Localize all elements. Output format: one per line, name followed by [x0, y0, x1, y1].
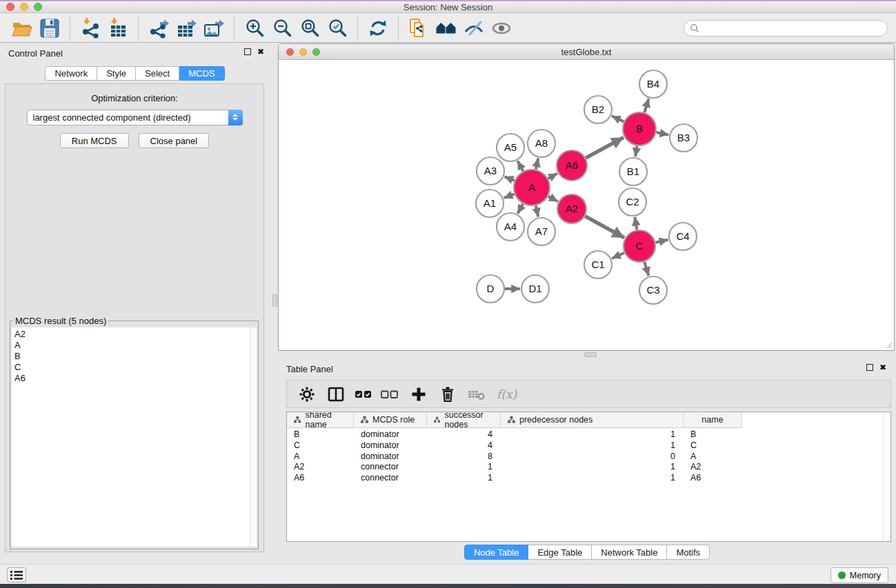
network-canvas[interactable]: B4B2BB3A8A5A6B1A3AC2A1A2A4A7C4CC1C3DD1 — [279, 61, 894, 350]
search-input[interactable] — [700, 23, 882, 33]
save-session-button[interactable] — [36, 16, 63, 41]
node-C2[interactable]: C2 — [619, 188, 646, 216]
select-all-columns-button[interactable] — [352, 383, 375, 405]
float-panel-icon[interactable] — [244, 48, 251, 55]
table-row[interactable]: Bdominator41B — [287, 429, 890, 440]
node-C[interactable]: C — [624, 230, 655, 262]
delete-column-button[interactable] — [436, 383, 459, 405]
node-C1[interactable]: C1 — [584, 251, 612, 278]
close-window-button[interactable] — [6, 3, 14, 11]
close-panel-icon[interactable]: ✖ — [257, 48, 264, 55]
zoom-out-button[interactable] — [268, 16, 296, 41]
optimization-dropdown[interactable]: largest connected component (directed) — [27, 110, 243, 125]
node-D1[interactable]: D1 — [521, 275, 549, 303]
edge-A2-C[interactable] — [585, 216, 624, 238]
close-table-panel-icon[interactable]: ✖ — [879, 364, 886, 371]
node-B1[interactable]: B1 — [619, 158, 647, 185]
table-row[interactable]: Cdominator41C — [287, 440, 890, 452]
minimize-window-button[interactable] — [20, 3, 28, 11]
mcds-result-item[interactable]: A2 — [14, 329, 250, 340]
node-A2[interactable]: A2 — [557, 194, 586, 223]
node-B[interactable]: B — [623, 112, 656, 145]
column-header-predecessor-nodes[interactable]: predecessor nodes — [501, 412, 684, 428]
create-column-button[interactable] — [407, 383, 430, 405]
column-header-shared-name[interactable]: shared name — [287, 412, 354, 428]
edge-A-A2[interactable] — [548, 196, 558, 202]
edge-A-A8[interactable] — [536, 159, 539, 170]
tab-motifs[interactable]: Motifs — [667, 545, 710, 560]
edge-A-A3[interactable] — [504, 176, 515, 181]
show-columns-button[interactable] — [324, 383, 348, 405]
edge-B-B3[interactable] — [657, 132, 669, 135]
edge-A-A7[interactable] — [536, 205, 539, 216]
import-network-button[interactable] — [77, 16, 104, 41]
column-header-name[interactable]: name — [684, 412, 742, 428]
edge-A-A6[interactable] — [548, 174, 557, 179]
mcds-result-item[interactable]: B — [14, 351, 250, 362]
tab-node-table[interactable]: Node Table — [464, 545, 529, 560]
vertical-splitter-handle[interactable] — [272, 294, 277, 307]
mcds-result-item[interactable]: A — [14, 340, 250, 351]
table-scrollbar[interactable] — [883, 412, 890, 541]
node-B4[interactable]: B4 — [639, 70, 667, 98]
edge-C-C4[interactable] — [655, 240, 668, 243]
edge-B-B4[interactable] — [644, 99, 648, 112]
apply-layout-button[interactable] — [364, 16, 392, 41]
node-A[interactable]: A — [514, 170, 550, 205]
export-network-button[interactable] — [145, 16, 172, 41]
mcds-result-item[interactable]: A6 — [14, 373, 250, 384]
tab-network-table[interactable]: Network Table — [592, 545, 667, 560]
table-row[interactable]: A2connector11A2 — [287, 462, 890, 473]
node-A8[interactable]: A8 — [528, 130, 555, 157]
minimize-network-window-button[interactable] — [299, 48, 307, 56]
memory-button[interactable]: Memory — [830, 567, 888, 583]
node-A7[interactable]: A7 — [528, 218, 555, 245]
home-views-button[interactable] — [432, 16, 460, 41]
edge-A-A5[interactable] — [517, 161, 523, 171]
column-header-successor-nodes[interactable]: successor nodes — [427, 412, 501, 428]
unselect-all-columns-button[interactable] — [378, 383, 401, 405]
edge-A-A1[interactable] — [504, 194, 515, 199]
column-header-mcds-role[interactable]: MCDS role — [354, 412, 427, 428]
zoom-selected-button[interactable] — [323, 16, 351, 41]
delete-table-button[interactable] — [465, 383, 488, 405]
node-D[interactable]: D — [477, 275, 504, 303]
export-table-button[interactable] — [172, 16, 200, 41]
node-A6[interactable]: A6 — [557, 150, 587, 181]
mcds-result-item[interactable]: C — [14, 362, 250, 373]
search-box[interactable] — [684, 20, 888, 37]
edge-A-A4[interactable] — [518, 204, 524, 214]
node-A5[interactable]: A5 — [497, 134, 524, 161]
open-session-button[interactable] — [8, 16, 36, 41]
tab-edge-table[interactable]: Edge Table — [528, 545, 592, 560]
edge-C-C1[interactable] — [612, 253, 624, 258]
close-panel-button[interactable]: Close panel — [139, 133, 210, 148]
float-table-panel-icon[interactable] — [866, 364, 873, 371]
node-A4[interactable]: A4 — [497, 213, 524, 241]
horizontal-splitter-handle[interactable] — [584, 352, 597, 357]
node-B3[interactable]: B3 — [670, 124, 697, 152]
zoom-in-button[interactable] — [241, 16, 268, 41]
maximize-window-button[interactable] — [34, 3, 42, 11]
zoom-fit-button[interactable] — [296, 16, 323, 41]
function-builder-button[interactable]: f(x) — [492, 383, 521, 405]
node-C4[interactable]: C4 — [669, 223, 697, 250]
hide-visibility-button[interactable] — [460, 16, 488, 41]
show-visibility-button[interactable] — [488, 16, 515, 41]
close-network-window-button[interactable] — [286, 48, 294, 56]
table-settings-button[interactable] — [295, 383, 319, 405]
result-scrollbar[interactable] — [250, 327, 257, 547]
edge-A6-B[interactable] — [586, 137, 624, 158]
network-window-titlebar[interactable]: testGlobe.txt — [279, 44, 894, 60]
resize-grip-icon[interactable] — [884, 340, 893, 349]
tab-mcds[interactable]: MCDS — [179, 66, 224, 81]
task-history-button[interactable] — [7, 567, 26, 582]
edge-B-B2[interactable] — [612, 116, 624, 121]
table-row[interactable]: Adominator80A — [287, 452, 890, 463]
edge-C-C2[interactable] — [635, 217, 637, 230]
edge-B-B1[interactable] — [635, 146, 637, 157]
table-row[interactable]: A6connector11A6 — [287, 473, 890, 484]
tab-select[interactable]: Select — [136, 66, 179, 81]
copy-document-button[interactable] — [405, 16, 432, 41]
export-image-button[interactable] — [200, 16, 228, 41]
